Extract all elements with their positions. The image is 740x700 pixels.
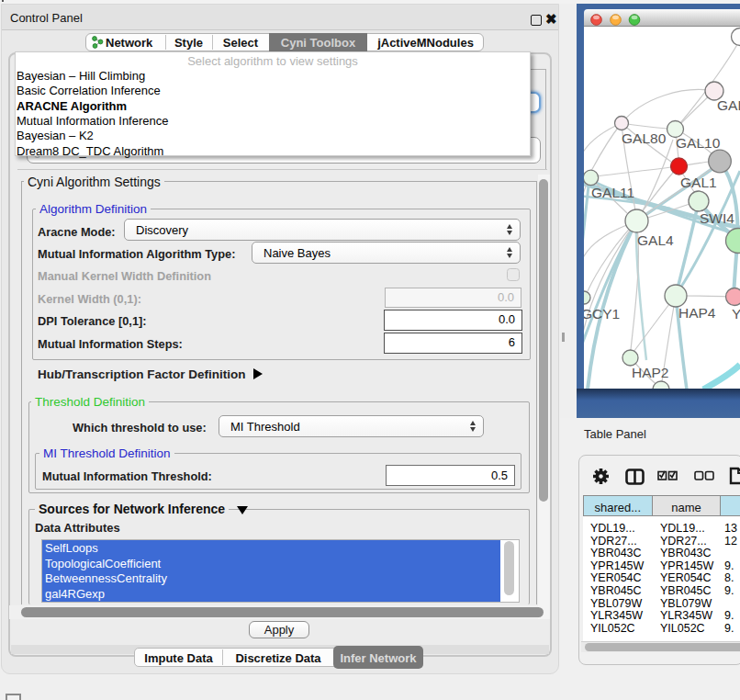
svg-text:HAP4: HAP4 xyxy=(678,305,716,321)
svg-text:HAP2: HAP2 xyxy=(632,365,669,380)
svg-text:GAL1: GAL1 xyxy=(680,175,717,190)
svg-text:GAL4: GAL4 xyxy=(637,232,674,248)
svg-text:GAL: GAL xyxy=(717,97,740,113)
svg-text:GCY1: GCY1 xyxy=(584,306,620,322)
svg-text:SWI4: SWI4 xyxy=(700,210,734,226)
svg-text:GAL10: GAL10 xyxy=(676,135,721,151)
svg-text:Y: Y xyxy=(732,306,740,322)
svg-text:GAL11: GAL11 xyxy=(591,185,634,200)
svg-text:GAL80: GAL80 xyxy=(622,130,667,146)
